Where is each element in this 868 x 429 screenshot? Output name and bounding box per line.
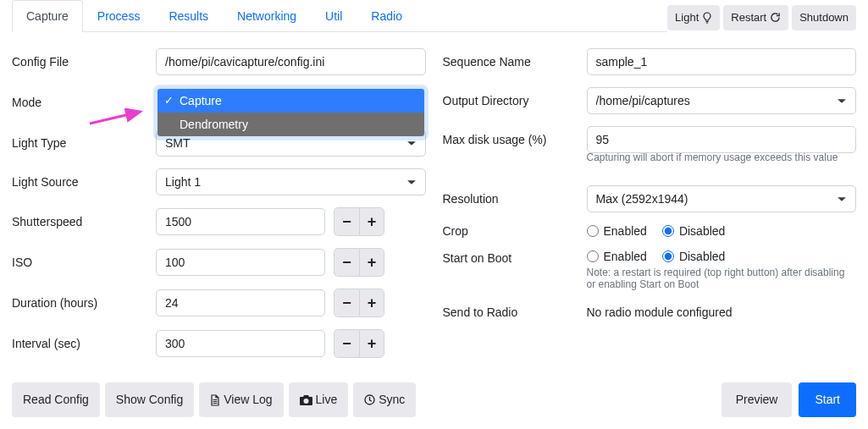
nav-tabs: Capture Process Results Networking Util … xyxy=(12,0,667,32)
shutterspeed-decrement-button[interactable]: − xyxy=(334,207,359,236)
mode-label: Mode xyxy=(12,96,156,109)
resolution-label: Resolution xyxy=(443,192,587,206)
duration-decrement-button[interactable]: − xyxy=(334,289,359,317)
boot-disabled-radio[interactable] xyxy=(662,250,674,262)
output-dir-label: Output Directory xyxy=(443,94,587,107)
shutterspeed-label: Shutterspeed xyxy=(12,215,156,228)
clock-icon xyxy=(364,394,375,405)
bulb-icon xyxy=(702,12,712,24)
iso-decrement-button[interactable]: − xyxy=(334,248,359,277)
max-disk-helper: Capturing will abort if memory usage exc… xyxy=(587,151,838,163)
start-button[interactable]: Start xyxy=(799,382,856,417)
tab-radio[interactable]: Radio xyxy=(357,0,417,32)
interval-input[interactable] xyxy=(156,330,325,357)
interval-decrement-button[interactable]: − xyxy=(334,329,359,358)
mode-option-capture[interactable]: Capture xyxy=(158,89,424,113)
document-icon xyxy=(210,394,220,406)
boot-enabled-option[interactable]: Enabled xyxy=(587,250,647,263)
max-disk-label: Max disk usage (%) xyxy=(443,133,587,146)
interval-label: Interval (sec) xyxy=(12,337,156,350)
view-log-button[interactable]: View Log xyxy=(199,382,283,417)
duration-input[interactable] xyxy=(156,289,325,316)
preview-button[interactable]: Preview xyxy=(721,382,793,417)
send-radio-value: No radio module configured xyxy=(587,305,857,319)
shutdown-button[interactable]: Shutdown xyxy=(792,5,856,30)
iso-input[interactable] xyxy=(156,249,325,276)
crop-enabled-option[interactable]: Enabled xyxy=(587,224,647,238)
boot-disabled-option[interactable]: Disabled xyxy=(662,250,725,263)
duration-label: Duration (hours) xyxy=(12,296,156,310)
mode-option-dendrometry[interactable]: Dendrometry xyxy=(158,113,424,136)
light-button-label: Light xyxy=(675,9,699,26)
boot-enabled-label: Enabled xyxy=(604,250,647,263)
read-config-button[interactable]: Read Config xyxy=(12,382,100,417)
light-type-label: Light Type xyxy=(12,136,156,150)
boot-disabled-label: Disabled xyxy=(679,250,725,263)
config-file-label: Config File xyxy=(12,55,156,69)
camera-icon xyxy=(300,395,312,405)
max-disk-input[interactable] xyxy=(587,126,857,153)
live-label: Live xyxy=(316,391,338,409)
tab-networking[interactable]: Networking xyxy=(223,0,311,32)
restart-button-label: Restart xyxy=(731,9,766,26)
duration-increment-button[interactable]: + xyxy=(359,289,384,317)
tab-results[interactable]: Results xyxy=(154,0,223,32)
shutterspeed-input[interactable] xyxy=(156,208,325,235)
output-dir-select[interactable]: /home/pi/captures xyxy=(587,87,857,114)
sequence-name-input[interactable] xyxy=(587,48,857,75)
tab-util[interactable]: Util xyxy=(311,0,357,32)
sequence-name-label: Sequence Name xyxy=(443,55,587,69)
iso-label: ISO xyxy=(12,256,156,269)
start-on-boot-label: Start on Boot xyxy=(443,250,587,265)
interval-increment-button[interactable]: + xyxy=(359,329,384,358)
sync-label: Sync xyxy=(379,391,405,409)
crop-enabled-radio[interactable] xyxy=(587,225,599,237)
send-radio-label: Send to Radio xyxy=(443,305,587,319)
crop-disabled-option[interactable]: Disabled xyxy=(662,224,725,238)
crop-disabled-label: Disabled xyxy=(679,224,725,238)
crop-label: Crop xyxy=(443,224,587,238)
crop-enabled-label: Enabled xyxy=(604,224,647,238)
show-config-button[interactable]: Show Config xyxy=(105,382,194,417)
boot-enabled-radio[interactable] xyxy=(587,250,599,262)
shutterspeed-increment-button[interactable]: + xyxy=(359,207,384,236)
restart-button[interactable]: Restart xyxy=(723,5,788,30)
light-source-select[interactable]: Light 1 xyxy=(156,168,426,195)
tab-capture[interactable]: Capture xyxy=(12,0,83,32)
restart-icon xyxy=(770,12,781,23)
tab-process[interactable]: Process xyxy=(83,0,155,32)
crop-disabled-radio[interactable] xyxy=(662,225,674,237)
live-button[interactable]: Live xyxy=(289,382,349,417)
mode-select-open[interactable]: Capture Dendrometry xyxy=(156,87,426,138)
light-button[interactable]: Light xyxy=(667,5,720,30)
boot-note: Note: a restart is required (top right b… xyxy=(587,267,857,290)
iso-increment-button[interactable]: + xyxy=(359,248,384,277)
light-source-label: Light Source xyxy=(12,175,156,189)
view-log-label: View Log xyxy=(224,391,272,409)
sync-button[interactable]: Sync xyxy=(353,382,416,417)
resolution-select[interactable]: Max (2592x1944) xyxy=(587,185,857,212)
config-file-input[interactable] xyxy=(156,48,426,75)
